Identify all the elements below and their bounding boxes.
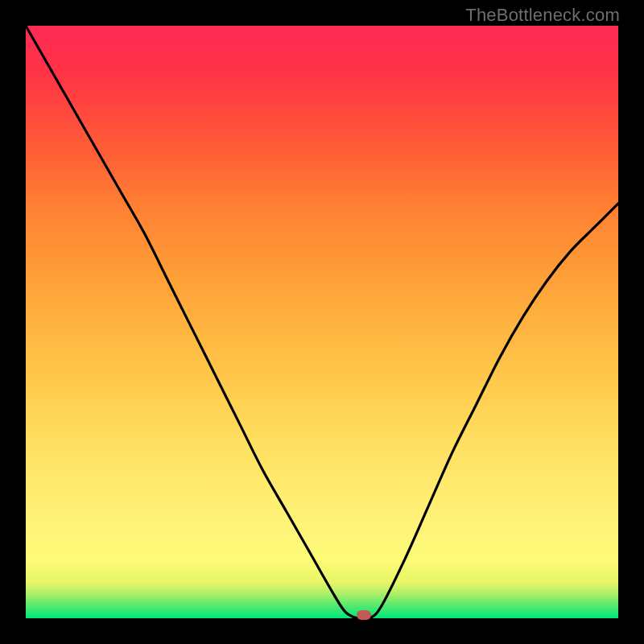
chart-frame: TheBottleneck.com xyxy=(0,0,644,644)
bottleneck-curve xyxy=(26,26,618,618)
plot-area xyxy=(26,26,618,618)
optimal-point-marker xyxy=(357,610,371,620)
watermark-text: TheBottleneck.com xyxy=(465,5,620,26)
